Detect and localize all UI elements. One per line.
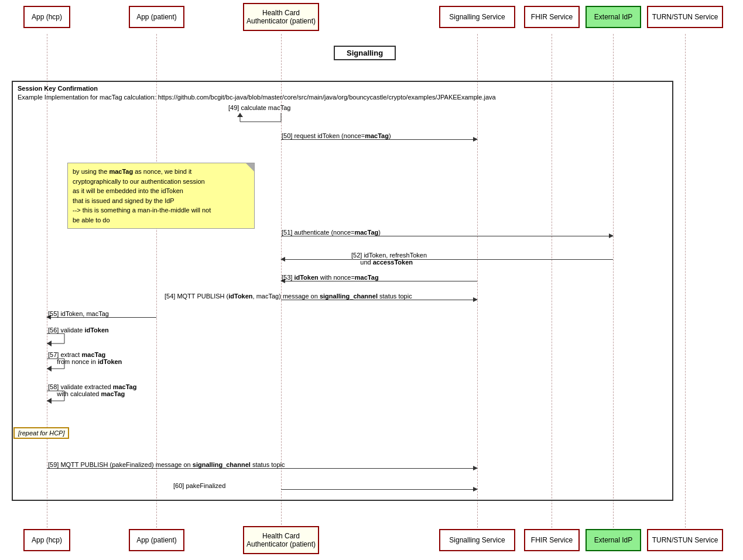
arrow-53 <box>281 281 477 281</box>
main-frame: Session Key Confirmation Example Impleme… <box>12 81 673 501</box>
actor-app-hcp: App (hcp) <box>23 6 70 28</box>
repeat-box: [repeat for HCP] <box>13 427 69 439</box>
label-50: [50] request idToken (nonce=macTag) <box>282 132 391 139</box>
signalling-label-box: Signalling <box>334 46 396 60</box>
label-58: [58] validate extracted macTag with calc… <box>48 383 136 397</box>
actor-app-patient: App (patient) <box>129 6 184 28</box>
note-mactag: by using the macTag as nonce, we bind it… <box>67 163 255 229</box>
actor-app-patient-bottom: App (patient) <box>129 529 184 551</box>
svg-marker-15 <box>47 398 52 404</box>
actor-turn-stun: TURN/STUN Service <box>647 6 723 28</box>
actor-fhir-bottom: FHIR Service <box>524 529 580 551</box>
label-49: [49] calculate macTag <box>228 104 290 111</box>
label-52: [52] idToken, refreshToken und accessTok… <box>351 252 427 266</box>
actor-external-idp: External IdP <box>586 6 641 28</box>
arrow-51 <box>281 236 613 236</box>
arrow-60 <box>281 489 477 490</box>
diagram: App (hcp) App (patient) Health CardAuthe… <box>0 0 743 560</box>
frame-title: Session Key Confirmation Example Impleme… <box>18 85 496 101</box>
label-55: [55] idToken, macTag <box>48 310 109 317</box>
arrow-59 <box>47 468 477 469</box>
actor-external-idp-bottom: External IdP <box>586 529 641 551</box>
label-53: [53] idToken with nonce=macTag <box>282 274 379 281</box>
actor-health-card: Health CardAuthenticator (patient) <box>243 3 319 31</box>
svg-marker-3 <box>237 113 243 117</box>
arrow-55 <box>47 317 156 318</box>
actor-signalling-bottom: Signalling Service <box>439 529 515 551</box>
svg-marker-7 <box>47 341 52 346</box>
arrow-49 <box>217 110 293 128</box>
label-51: [51] authenticate (nonce=macTag) <box>282 229 381 236</box>
actor-turn-stun-bottom: TURN/STUN Service <box>647 529 723 551</box>
label-59: [59] MQTT PUBLISH (pakeFinalized) messag… <box>48 461 285 468</box>
arrow-52 <box>281 259 613 260</box>
label-54: [54] MQTT PUBLISH (idToken, macTag) mess… <box>165 293 412 300</box>
actor-fhir: FHIR Service <box>524 6 580 28</box>
actor-health-card-bottom: Health CardAuthenticator (patient) <box>243 526 319 554</box>
svg-marker-11 <box>47 366 52 372</box>
actor-app-hcp-bottom: App (hcp) <box>23 529 70 551</box>
label-57: [57] extract macTag from nonce in idToke… <box>48 351 122 365</box>
lifeline-turn-stun <box>685 34 686 528</box>
arrow-54 <box>281 300 477 300</box>
arrow-50 <box>281 139 477 140</box>
frame-label: Session Key Confirmation Example Impleme… <box>18 84 496 102</box>
actor-signalling: Signalling Service <box>439 6 515 28</box>
label-56: [56] validate idToken <box>48 327 109 334</box>
label-60: [60] pakeFinalized <box>173 482 225 489</box>
